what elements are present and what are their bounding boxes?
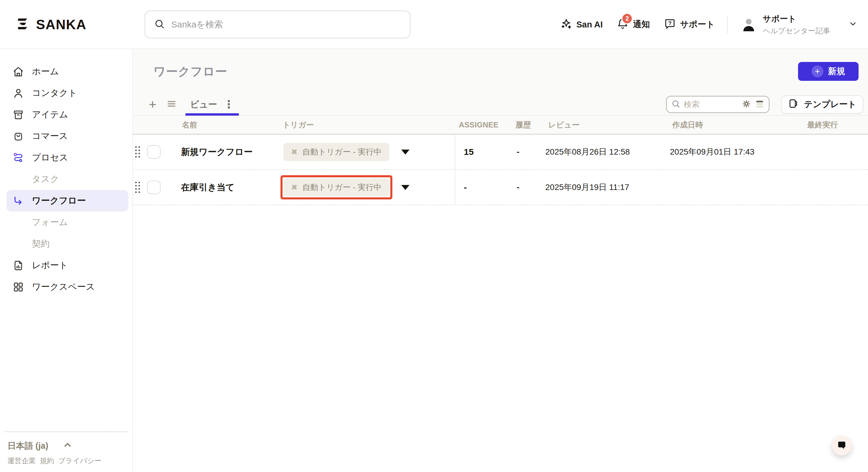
- new-button-label: 新規: [828, 66, 845, 77]
- sidebar-item-label: タスク: [32, 173, 59, 185]
- sanka-logo-icon: [16, 16, 31, 33]
- svg-text:?: ?: [669, 20, 672, 26]
- person-icon: [12, 87, 24, 99]
- new-workflow-button[interactable]: + 新規: [798, 62, 859, 81]
- created-date-cell: 2025年09月01日 17:43: [670, 135, 805, 169]
- sidebar-footer: 日本語 (ja) 運営企業 規約 プライバシー: [4, 431, 128, 467]
- page-title: ワークフロー: [154, 63, 227, 80]
- search-icon: [154, 19, 165, 30]
- workflow-name-link[interactable]: 在庫引き当て: [181, 181, 235, 194]
- san-ai-label: San AI: [576, 20, 602, 30]
- chat-fab-button[interactable]: [832, 436, 851, 456]
- sidebar-item-tasks[interactable]: タスク: [6, 168, 128, 190]
- tab-view-active[interactable]: ビュー ⋮: [187, 94, 238, 115]
- last-run-cell: [805, 135, 868, 169]
- company-link[interactable]: 運営企業: [7, 456, 36, 466]
- plus-circle-icon: +: [812, 66, 824, 77]
- sidebar-item-reports[interactable]: レポート: [6, 255, 128, 276]
- privacy-link[interactable]: プライバシー: [58, 456, 101, 466]
- col-header-review[interactable]: レビュー: [545, 120, 670, 130]
- table-search-input[interactable]: [684, 100, 738, 109]
- sidebar-item-items[interactable]: アイテム: [6, 104, 128, 125]
- sidebar-item-label: コマース: [32, 130, 68, 142]
- sidebar-item-contracts[interactable]: 契約: [6, 233, 128, 255]
- review-date-cell: 2025年08月26日 12:58: [545, 135, 670, 169]
- kebab-menu-icon[interactable]: ⋮: [223, 98, 234, 111]
- trigger-dropdown-caret[interactable]: [401, 149, 409, 155]
- chat-bubble-icon: [836, 440, 847, 452]
- trigger-status-badge[interactable]: ✖ 自動トリガー - 実行中: [283, 143, 390, 161]
- sidebar-item-workflows[interactable]: ワークフロー: [6, 190, 128, 211]
- avatar: [740, 16, 757, 33]
- trigger-badge-wrap: ✖ 自動トリガー - 実行中: [280, 140, 392, 164]
- sidebar-item-label: アイテム: [32, 108, 68, 121]
- row-density-icon[interactable]: [755, 99, 765, 110]
- sidebar-item-label: プロセス: [32, 151, 68, 164]
- workflow-name-link[interactable]: 新規ワークフロー: [181, 146, 253, 158]
- trigger-status-label: 自動トリガー - 実行中: [302, 182, 382, 193]
- terms-link[interactable]: 規約: [40, 456, 54, 466]
- view-toolbar: + ビュー ⋮: [133, 94, 868, 115]
- sidebar-item-label: 契約: [32, 238, 50, 250]
- sidebar-item-workspace[interactable]: ワークスペース: [6, 276, 128, 298]
- sidebar-item-forms[interactable]: フォーム: [6, 211, 128, 233]
- template-book-icon: [788, 98, 799, 111]
- history-cell: -: [516, 170, 545, 205]
- sparkle-icon: [560, 18, 572, 32]
- row-checkbox[interactable]: [147, 145, 161, 159]
- trigger-x-icon: ✖: [291, 148, 298, 156]
- drag-handle-icon[interactable]: [135, 146, 140, 158]
- legal-links: 運営企業 規約 プライバシー: [7, 456, 125, 466]
- trigger-status-badge[interactable]: ✖ 自動トリガー - 実行中: [283, 178, 390, 197]
- template-button-label: テンプレート: [804, 99, 856, 110]
- support-label: サポート: [680, 19, 715, 30]
- sidebar-item-contacts[interactable]: コンタクト: [6, 82, 128, 104]
- col-header-created[interactable]: 作成日時: [670, 120, 805, 130]
- bell-icon: 2: [617, 18, 628, 32]
- drag-handle-icon[interactable]: [135, 182, 140, 193]
- logo-text: SANKA: [36, 16, 87, 32]
- assignee-cell: -: [455, 170, 516, 205]
- global-search-input[interactable]: [171, 20, 401, 30]
- archive-box-icon: [12, 109, 24, 121]
- sidebar-item-home[interactable]: ホーム: [6, 61, 128, 82]
- language-selector[interactable]: 日本語 (ja): [7, 440, 125, 452]
- sidebar-item-label: ホーム: [32, 66, 59, 77]
- assignee-cell: 15: [455, 135, 516, 169]
- table-row: 新規ワークフロー ✖ 自動トリガー - 実行中 15 - 2025年08月26日…: [133, 135, 868, 170]
- table-row: 在庫引き当て ✖ 自動トリガー - 実行中 - - 2025年09月19日 11…: [133, 170, 868, 205]
- help-bubble-icon: ?: [664, 18, 676, 32]
- san-ai-button[interactable]: San AI: [560, 18, 602, 32]
- sidebar-item-label: フォーム: [32, 216, 68, 228]
- template-button[interactable]: テンプレート: [781, 95, 863, 113]
- language-label: 日本語 (ja): [7, 440, 49, 452]
- corner-down-right-arrow-icon: [12, 195, 24, 207]
- sidebar-item-process[interactable]: プロセス: [6, 147, 128, 168]
- report-document-icon: [12, 260, 24, 271]
- notifications-button[interactable]: 2 通知: [617, 18, 650, 32]
- history-cell: -: [516, 135, 545, 169]
- user-subtitle: ヘルプセンター記事: [763, 26, 830, 36]
- global-search[interactable]: [145, 11, 410, 38]
- sidebar: ホーム コンタクト アイテム コマース: [0, 49, 133, 472]
- col-header-last-run[interactable]: 最終実行: [805, 120, 868, 130]
- col-header-assignee[interactable]: ASSIGNEE: [455, 121, 516, 130]
- view-list-icon[interactable]: [166, 99, 177, 110]
- add-view-button[interactable]: +: [149, 98, 156, 111]
- chevron-down-icon[interactable]: [848, 20, 857, 30]
- support-button[interactable]: ? サポート: [664, 18, 715, 32]
- page-header: ワークフロー + 新規: [133, 49, 868, 94]
- col-header-trigger[interactable]: トリガー: [280, 120, 455, 130]
- table-body: 新規ワークフロー ✖ 自動トリガー - 実行中 15 - 2025年08月26日…: [133, 135, 868, 205]
- table-search[interactable]: [666, 96, 769, 113]
- user-menu[interactable]: サポート ヘルプセンター記事: [740, 13, 857, 36]
- sanka-logo[interactable]: SANKA: [16, 0, 87, 49]
- sidebar-item-commerce[interactable]: コマース: [6, 125, 128, 147]
- col-header-history[interactable]: 履歴: [516, 120, 545, 130]
- col-header-name[interactable]: 名前: [181, 120, 280, 130]
- row-checkbox[interactable]: [147, 180, 161, 194]
- gear-icon[interactable]: [742, 99, 751, 110]
- chevron-up-icon: [63, 440, 73, 452]
- trigger-dropdown-caret[interactable]: [401, 185, 409, 190]
- sidebar-item-label: レポート: [32, 259, 68, 271]
